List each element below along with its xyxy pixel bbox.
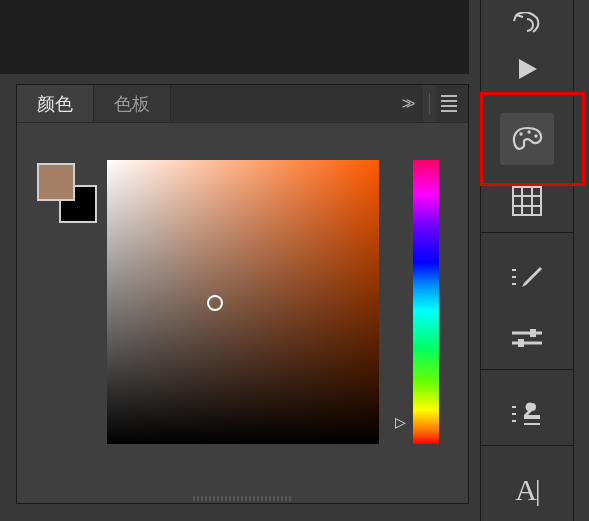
- right-toolbar: A|: [480, 0, 573, 521]
- panel-menu-icon[interactable]: [436, 85, 468, 122]
- text-tool-label: A|: [515, 473, 539, 507]
- color-panel-body: ▷: [17, 123, 468, 503]
- palette-icon[interactable]: [500, 113, 554, 165]
- svg-point-2: [534, 134, 537, 137]
- panel-header: 颜色 色板 >>: [17, 85, 468, 123]
- color-swatches: [37, 163, 99, 225]
- tab-color[interactable]: 颜色: [17, 85, 94, 122]
- text-tool-icon[interactable]: A|: [500, 464, 554, 516]
- picker-indicator: [207, 295, 223, 311]
- color-panel: 颜色 色板 >> ▷: [16, 84, 469, 504]
- hue-slider[interactable]: [413, 160, 439, 444]
- foreground-swatch[interactable]: [37, 163, 75, 201]
- panel-resize-grip[interactable]: [193, 496, 293, 501]
- history-icon[interactable]: [500, 2, 554, 44]
- sliders-icon[interactable]: [500, 313, 554, 365]
- svg-point-0: [519, 132, 522, 135]
- svg-rect-12: [530, 329, 536, 337]
- svg-rect-3: [513, 187, 541, 215]
- tab-swatches[interactable]: 色板: [94, 85, 171, 122]
- svg-rect-14: [518, 339, 524, 347]
- play-icon[interactable]: [500, 48, 554, 90]
- saturation-brightness-field[interactable]: [107, 160, 379, 444]
- stamp-list-icon[interactable]: [500, 388, 554, 440]
- swatches-grid-icon[interactable]: [500, 175, 554, 227]
- svg-point-1: [527, 130, 530, 133]
- brush-list-icon[interactable]: [500, 251, 554, 303]
- collapse-panel-button[interactable]: >>: [389, 85, 423, 122]
